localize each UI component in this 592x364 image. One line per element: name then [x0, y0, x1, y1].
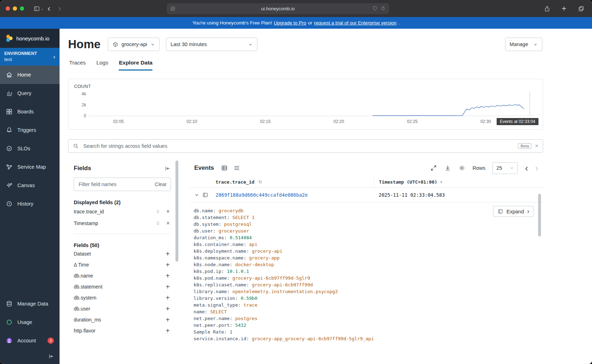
field-row-http.flavor: http.flavor+: [74, 325, 171, 336]
drag-handle-icon[interactable]: [155, 209, 161, 214]
svg-text:02:20: 02:20: [334, 119, 344, 124]
privacy-badge-icon[interactable]: [372, 6, 378, 12]
field-row-duration_ms: duration_ms+: [74, 314, 171, 325]
browser-chrome: ⌄ ‹ › ui.honeycomb.io +: [0, 0, 592, 17]
event-field-db.system: db.system: postgresql: [194, 221, 543, 228]
add-field-icon[interactable]: +: [164, 305, 171, 312]
collapse-panel-icon[interactable]: [164, 165, 171, 172]
search-close-icon[interactable]: ×: [535, 142, 538, 150]
sidebar-item-label: Boards: [17, 109, 34, 114]
sort-icon[interactable]: [257, 179, 263, 185]
sidebar-item-account[interactable]: Account3: [0, 331, 60, 350]
remove-field-icon[interactable]: ×: [165, 220, 171, 226]
download-icon[interactable]: [444, 164, 451, 172]
time-range-selector[interactable]: Last 30 minutes: [166, 38, 257, 51]
event-row[interactable]: 2869f188a9d660c449ccafd4e086ba2e 2025-11…: [190, 188, 543, 202]
event-field-library.version: library.version: 0.59b0: [194, 295, 543, 302]
next-page-button[interactable]: ›: [535, 164, 538, 173]
minimize-window-button[interactable]: [13, 6, 17, 11]
tab-overview-icon[interactable]: [576, 3, 586, 14]
main-content: Home grocery-api Last 30 minutes Manage: [60, 29, 592, 364]
sidebar-dropdown-caret-icon[interactable]: ⌄: [40, 6, 44, 11]
count-chart[interactable]: 4k2k002:0502:1002:1502:2002:2502:30 Even…: [74, 90, 537, 127]
displayed-field-Timestamp: Timestamp×: [74, 218, 171, 229]
add-field-icon[interactable]: +: [164, 261, 171, 268]
open-side-panel-icon[interactable]: [202, 192, 208, 198]
sidebar-item-label: Canvas: [17, 183, 35, 188]
event-field-db.statement: db.statement: SELECT 1: [194, 214, 543, 221]
add-field-icon[interactable]: +: [164, 316, 171, 323]
fullscreen-icon[interactable]: [430, 164, 437, 172]
previous-page-button[interactable]: ‹: [525, 164, 528, 173]
sidebar-item-home[interactable]: Home: [0, 66, 60, 84]
timestamp-column-header[interactable]: Timestamp (UTC+01:00): [379, 179, 437, 185]
tab-traces[interactable]: Traces: [69, 60, 86, 71]
dataset-selector[interactable]: grocery-api: [108, 38, 160, 51]
scrollbar-thumb[interactable]: [175, 161, 178, 262]
sidebar-item-canvas[interactable]: Canvas: [0, 176, 60, 195]
fields-scrollbar[interactable]: [175, 160, 178, 364]
table-view-icon[interactable]: [221, 164, 228, 172]
add-field-icon[interactable]: +: [164, 272, 171, 279]
field-label: duration_ms: [74, 317, 101, 323]
clear-filter-link[interactable]: Clear: [155, 181, 167, 187]
new-tab-icon[interactable]: +: [559, 3, 569, 14]
list-view-icon[interactable]: [233, 164, 240, 172]
dataset-name: grocery-api: [122, 41, 147, 47]
close-window-button[interactable]: [6, 6, 10, 11]
event-field-k8s.pod.name: k8s.pod.name: grocery-api-6cb97ff99d-5gl…: [194, 275, 543, 281]
honeycomb-logo[interactable]: honeycomb.io: [0, 29, 60, 48]
zoom-window-button[interactable]: [20, 6, 24, 11]
browser-back-button[interactable]: ‹: [44, 3, 54, 14]
collapse-row-icon[interactable]: [194, 192, 200, 198]
expand-button[interactable]: Expand ›: [493, 206, 534, 217]
account-icon: [6, 337, 13, 344]
scrollbar-thumb[interactable]: [538, 194, 541, 236]
add-field-icon[interactable]: +: [164, 327, 171, 334]
add-field-icon[interactable]: +: [164, 294, 171, 301]
event-field-k8s.node.name: k8s.node.name: docker-desktop: [194, 261, 543, 268]
sidebar-item-query[interactable]: Query: [0, 84, 60, 102]
add-field-icon[interactable]: +: [164, 250, 171, 257]
search-input[interactable]: [83, 143, 514, 149]
sidebar-item-triggers[interactable]: Triggers: [0, 121, 60, 139]
environment-switcher[interactable]: ENVIRONMENT test ›: [0, 48, 60, 66]
sort-desc-icon[interactable]: ▾: [440, 180, 442, 184]
sidebar-collapse-button[interactable]: [0, 350, 60, 364]
enterprise-trial-link[interactable]: request a trial of our Enterprise versio…: [314, 20, 397, 26]
sidebar-item-history[interactable]: History: [0, 195, 60, 213]
view-tabs: TracesLogsExplore Data: [60, 60, 592, 71]
rows-per-page-select[interactable]: 25: [492, 162, 518, 174]
field-filter-input[interactable]: [78, 181, 152, 187]
remove-field-icon[interactable]: ×: [165, 208, 171, 215]
browser-forward-button[interactable]: ›: [54, 3, 65, 14]
sidebar-item-manage-data[interactable]: Manage Data: [0, 295, 60, 313]
drag-handle-icon[interactable]: [155, 220, 161, 226]
event-field-k8s.pod.ip: k8s.pod.ip: 10.1.0.1: [194, 268, 543, 275]
url-text: ui.honeycomb.io: [261, 6, 295, 11]
sidebar-item-slos[interactable]: SLOs: [0, 139, 60, 158]
event-field-net.peer.port: net.peer.port: 5432: [194, 322, 543, 329]
fields-list: Dataset+Δ Time+db.name+db.statement+db.s…: [74, 248, 171, 336]
sidebar-item-service-map[interactable]: Service Map: [0, 158, 60, 176]
event-field-meta.signal_type: meta.signal_type: trace: [194, 302, 543, 308]
field-label: db.user: [74, 306, 90, 312]
page-reader-icon[interactable]: [170, 6, 175, 11]
add-field-icon[interactable]: +: [164, 283, 171, 290]
trace-id-link[interactable]: 2869f188a9d660c449ccafd4e086ba2e: [190, 192, 374, 198]
reload-icon[interactable]: [380, 6, 386, 12]
tab-logs[interactable]: Logs: [96, 60, 108, 71]
svg-text:02:15: 02:15: [260, 119, 270, 124]
share-icon[interactable]: [542, 3, 552, 14]
trace-id-column-header[interactable]: trace.trace_id: [216, 179, 255, 185]
sidebar-item-usage[interactable]: Usage: [0, 313, 60, 331]
url-bar[interactable]: ui.honeycomb.io: [167, 3, 389, 14]
tab-explore-data[interactable]: Explore Data: [119, 60, 152, 71]
gear-icon[interactable]: [458, 164, 465, 172]
manage-button[interactable]: Manage: [505, 38, 542, 51]
upgrade-to-pro-link[interactable]: Upgrade to Pro: [274, 20, 306, 26]
sidebar-item-boards[interactable]: Boards: [0, 102, 60, 121]
events-scrollbar[interactable]: [538, 194, 541, 363]
event-field-name: name: SELECT: [194, 308, 543, 315]
field-row-db.statement: db.statement+: [74, 281, 171, 292]
